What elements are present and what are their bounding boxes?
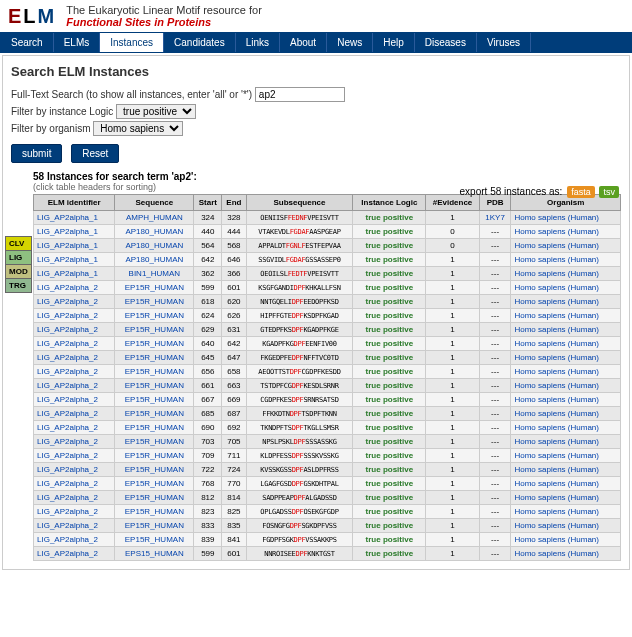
organism-link[interactable]: Homo sapiens (Human) <box>511 435 621 449</box>
elm-id-link[interactable]: LIG_AP2alpha_2 <box>34 365 115 379</box>
elm-id-link[interactable]: LIG_AP2alpha_2 <box>34 295 115 309</box>
nav-links[interactable]: Links <box>236 33 280 52</box>
elm-id-link[interactable]: LIG_AP2alpha_2 <box>34 323 115 337</box>
sidetab-mod[interactable]: MOD <box>5 264 32 279</box>
sequence-link[interactable]: AP180_HUMAN <box>115 225 194 239</box>
elm-id-link[interactable]: LIG_AP2alpha_1 <box>34 239 115 253</box>
nav-diseases[interactable]: Diseases <box>415 33 477 52</box>
elm-id-link[interactable]: LIG_AP2alpha_2 <box>34 533 115 547</box>
fulltext-input[interactable] <box>255 87 345 102</box>
elm-id-link[interactable]: LIG_AP2alpha_1 <box>34 225 115 239</box>
sequence-link[interactable]: EP15R_HUMAN <box>115 505 194 519</box>
elm-id-link[interactable]: LIG_AP2alpha_1 <box>34 211 115 225</box>
elm-id-link[interactable]: LIG_AP2alpha_1 <box>34 253 115 267</box>
sequence-link[interactable]: EP15R_HUMAN <box>115 435 194 449</box>
sequence-link[interactable]: EP15R_HUMAN <box>115 449 194 463</box>
organism-link[interactable]: Homo sapiens (Human) <box>511 309 621 323</box>
sequence-link[interactable]: EP15R_HUMAN <box>115 351 194 365</box>
sequence-link[interactable]: AMPH_HUMAN <box>115 211 194 225</box>
sidetab-clv[interactable]: CLV <box>5 236 32 251</box>
col-header[interactable]: Sequence <box>115 195 194 211</box>
nav-about[interactable]: About <box>280 33 327 52</box>
elm-id-link[interactable]: LIG_AP2alpha_2 <box>34 505 115 519</box>
sequence-link[interactable]: EP15R_HUMAN <box>115 463 194 477</box>
sequence-link[interactable]: EP15R_HUMAN <box>115 491 194 505</box>
organism-link[interactable]: Homo sapiens (Human) <box>511 379 621 393</box>
sequence-link[interactable]: EP15R_HUMAN <box>115 421 194 435</box>
sequence-link[interactable]: EP15R_HUMAN <box>115 379 194 393</box>
sequence-link[interactable]: EP15R_HUMAN <box>115 407 194 421</box>
organism-link[interactable]: Homo sapiens (Human) <box>511 267 621 281</box>
elm-id-link[interactable]: LIG_AP2alpha_2 <box>34 351 115 365</box>
elm-id-link[interactable]: LIG_AP2alpha_2 <box>34 435 115 449</box>
organism-link[interactable]: Homo sapiens (Human) <box>511 281 621 295</box>
organism-link[interactable]: Homo sapiens (Human) <box>511 337 621 351</box>
elm-id-link[interactable]: LIG_AP2alpha_2 <box>34 337 115 351</box>
sequence-link[interactable]: EP15R_HUMAN <box>115 337 194 351</box>
organism-link[interactable]: Homo sapiens (Human) <box>511 393 621 407</box>
sequence-link[interactable]: AP180_HUMAN <box>115 239 194 253</box>
export-tsv-button[interactable]: tsv <box>599 186 619 198</box>
elm-id-link[interactable]: LIG_AP2alpha_2 <box>34 379 115 393</box>
elm-id-link[interactable]: LIG_AP2alpha_2 <box>34 519 115 533</box>
elm-id-link[interactable]: LIG_AP2alpha_2 <box>34 421 115 435</box>
elm-id-link[interactable]: LIG_AP2alpha_2 <box>34 547 115 561</box>
sequence-link[interactable]: EP15R_HUMAN <box>115 393 194 407</box>
sequence-link[interactable]: EP15R_HUMAN <box>115 295 194 309</box>
sequence-link[interactable]: EP15R_HUMAN <box>115 309 194 323</box>
organism-link[interactable]: Homo sapiens (Human) <box>511 225 621 239</box>
organism-link[interactable]: Homo sapiens (Human) <box>511 505 621 519</box>
logic-select[interactable]: true positive <box>116 104 196 119</box>
organism-link[interactable]: Homo sapiens (Human) <box>511 519 621 533</box>
organism-link[interactable]: Homo sapiens (Human) <box>511 407 621 421</box>
organism-link[interactable]: Homo sapiens (Human) <box>511 477 621 491</box>
sequence-link[interactable]: EP15R_HUMAN <box>115 477 194 491</box>
elm-id-link[interactable]: LIG_AP2alpha_2 <box>34 491 115 505</box>
organism-link[interactable]: Homo sapiens (Human) <box>511 211 621 225</box>
export-fasta-button[interactable]: fasta <box>567 186 595 198</box>
sequence-link[interactable]: EP15R_HUMAN <box>115 365 194 379</box>
sidetab-lig[interactable]: LIG <box>5 250 32 265</box>
elm-id-link[interactable]: LIG_AP2alpha_2 <box>34 463 115 477</box>
elm-id-link[interactable]: LIG_AP2alpha_2 <box>34 393 115 407</box>
sequence-link[interactable]: EP15R_HUMAN <box>115 533 194 547</box>
sequence-link[interactable]: EP15R_HUMAN <box>115 281 194 295</box>
col-header[interactable]: Subsequence <box>246 195 353 211</box>
elm-id-link[interactable]: LIG_AP2alpha_1 <box>34 267 115 281</box>
organism-link[interactable]: Homo sapiens (Human) <box>511 365 621 379</box>
sequence-link[interactable]: BIN1_HUMAN <box>115 267 194 281</box>
organism-link[interactable]: Homo sapiens (Human) <box>511 547 621 561</box>
elm-id-link[interactable]: LIG_AP2alpha_2 <box>34 407 115 421</box>
col-header[interactable]: Instance Logic <box>353 195 426 211</box>
nav-search[interactable]: Search <box>1 33 54 52</box>
elm-id-link[interactable]: LIG_AP2alpha_2 <box>34 309 115 323</box>
nav-news[interactable]: News <box>327 33 373 52</box>
nav-help[interactable]: Help <box>373 33 415 52</box>
sequence-link[interactable]: EPS15_HUMAN <box>115 547 194 561</box>
organism-link[interactable]: Homo sapiens (Human) <box>511 533 621 547</box>
organism-link[interactable]: Homo sapiens (Human) <box>511 323 621 337</box>
organism-link[interactable]: Homo sapiens (Human) <box>511 491 621 505</box>
elm-id-link[interactable]: LIG_AP2alpha_2 <box>34 281 115 295</box>
organism-select[interactable]: Homo sapiens <box>93 121 183 136</box>
elm-id-link[interactable]: LIG_AP2alpha_2 <box>34 449 115 463</box>
organism-link[interactable]: Homo sapiens (Human) <box>511 351 621 365</box>
col-header[interactable]: ELM identifier <box>34 195 115 211</box>
sequence-link[interactable]: EP15R_HUMAN <box>115 519 194 533</box>
organism-link[interactable]: Homo sapiens (Human) <box>511 295 621 309</box>
submit-button[interactable]: submit <box>11 144 62 163</box>
reset-button[interactable]: Reset <box>71 144 119 163</box>
sidetab-trg[interactable]: TRG <box>5 278 32 293</box>
nav-instances[interactable]: Instances <box>100 33 164 52</box>
elm-id-link[interactable]: LIG_AP2alpha_2 <box>34 477 115 491</box>
col-header[interactable]: End <box>222 195 246 211</box>
sequence-link[interactable]: EP15R_HUMAN <box>115 323 194 337</box>
nav-candidates[interactable]: Candidates <box>164 33 236 52</box>
organism-link[interactable]: Homo sapiens (Human) <box>511 421 621 435</box>
organism-link[interactable]: Homo sapiens (Human) <box>511 253 621 267</box>
organism-link[interactable]: Homo sapiens (Human) <box>511 239 621 253</box>
organism-link[interactable]: Homo sapiens (Human) <box>511 449 621 463</box>
col-header[interactable]: Start <box>194 195 222 211</box>
nav-elms[interactable]: ELMs <box>54 33 101 52</box>
organism-link[interactable]: Homo sapiens (Human) <box>511 463 621 477</box>
